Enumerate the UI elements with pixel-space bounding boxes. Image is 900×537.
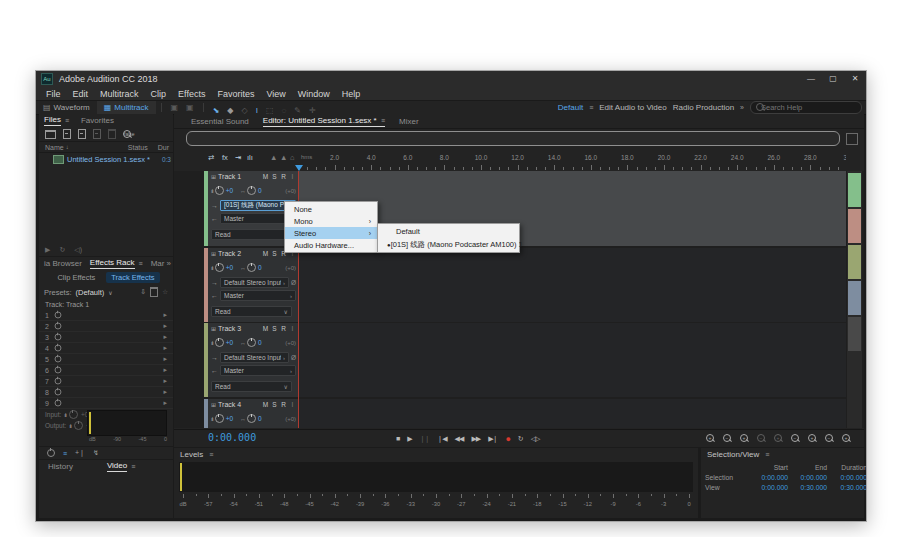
extract-audio-icon[interactable] bbox=[93, 129, 101, 139]
column-name[interactable]: Name bbox=[39, 144, 64, 151]
slot-power-icon[interactable] bbox=[55, 323, 62, 330]
slot-arrow-icon[interactable]: ▸ bbox=[163, 366, 167, 374]
close-button[interactable]: ✕ bbox=[844, 71, 866, 87]
tab-favorites[interactable]: Favorites bbox=[81, 116, 114, 125]
navigator-track-segment[interactable] bbox=[848, 173, 861, 207]
video-panel-menu-icon[interactable]: ≡ bbox=[131, 463, 135, 470]
slot-power-icon[interactable] bbox=[55, 334, 62, 341]
fx-slot[interactable]: 2▸ bbox=[39, 321, 173, 332]
zoom-full-button[interactable]: + bbox=[740, 434, 749, 443]
effects-rack-panel-menu-icon[interactable]: ≡ bbox=[139, 260, 143, 267]
navigator-track-segment[interactable] bbox=[848, 245, 861, 279]
skip-button[interactable]: ◁▷ bbox=[531, 435, 540, 443]
zoom-out-time-button[interactable]: − bbox=[723, 434, 732, 443]
delete-preset-icon[interactable] bbox=[150, 287, 158, 297]
slot-power-icon[interactable] bbox=[55, 389, 62, 396]
power-icon[interactable] bbox=[47, 449, 55, 457]
slot-arrow-icon[interactable]: ▸ bbox=[163, 322, 167, 330]
record-arm-button[interactable]: R bbox=[280, 325, 287, 332]
solo-button[interactable]: S bbox=[271, 250, 278, 257]
insert-icon[interactable]: +❘ bbox=[75, 449, 85, 457]
input-gain-knob[interactable] bbox=[69, 410, 78, 419]
slot-power-icon[interactable] bbox=[55, 378, 62, 385]
fx-slot[interactable]: 5▸ bbox=[39, 354, 173, 365]
subtab-clip-effects[interactable]: Clip Effects bbox=[52, 272, 100, 283]
mute-button[interactable]: M bbox=[262, 250, 269, 257]
favorite-star-icon[interactable]: ☆ bbox=[162, 288, 168, 296]
pan-knob[interactable] bbox=[247, 414, 256, 423]
preset-chevron-icon[interactable]: ∨ bbox=[108, 289, 112, 296]
marker-icon[interactable]: ▲ bbox=[270, 153, 277, 162]
record-arm-button[interactable]: R bbox=[280, 401, 287, 408]
loop-button[interactable]: ↻ bbox=[518, 435, 523, 443]
metering-icon[interactable]: ılı bbox=[247, 153, 253, 162]
track-input-select[interactable]: Default Stereo Input› bbox=[220, 352, 289, 363]
volume-knob[interactable] bbox=[215, 186, 224, 195]
pause-button[interactable]: ❘❘ bbox=[420, 435, 430, 443]
stop-button[interactable]: ■ bbox=[396, 435, 399, 442]
submenu-item[interactable]: ●[01S] 线路 (Maono Podcaster AM100) 1 bbox=[378, 238, 519, 251]
minimize-button[interactable]: — bbox=[800, 71, 822, 87]
play-button[interactable]: ▶ bbox=[407, 435, 411, 443]
search-icon[interactable]: false bbox=[123, 130, 132, 139]
fx-slot[interactable]: 6▸ bbox=[39, 365, 173, 376]
slot-power-icon[interactable] bbox=[55, 345, 62, 352]
track-output-select[interactable]: Master› bbox=[220, 365, 296, 376]
fx-slot[interactable]: 4▸ bbox=[39, 343, 173, 354]
slot-arrow-icon[interactable]: ▸ bbox=[163, 344, 167, 352]
phase-icon[interactable]: Ø bbox=[291, 279, 296, 286]
files-panel-menu-icon[interactable]: ≡ bbox=[65, 117, 69, 124]
maximize-button[interactable]: ▢ bbox=[822, 71, 844, 87]
navigator-track-segment[interactable] bbox=[848, 281, 861, 315]
zoom-in-left-button[interactable]: − bbox=[791, 434, 800, 443]
track-output-select[interactable]: Master› bbox=[220, 290, 296, 301]
slot-arrow-icon[interactable]: ▸ bbox=[163, 311, 167, 319]
metronome-icon[interactable]: ▲ bbox=[280, 153, 287, 162]
menu-file[interactable]: File bbox=[40, 89, 67, 99]
new-item-icon[interactable] bbox=[78, 129, 86, 139]
workspace-edit-audio-button[interactable]: Edit Audio to Video bbox=[599, 103, 666, 112]
multitrack-button[interactable]: ▦ Multitrack bbox=[97, 101, 156, 114]
fx-slot[interactable]: 1▸ bbox=[39, 310, 173, 321]
levels-panel-menu-icon[interactable]: ≡ bbox=[209, 451, 213, 458]
column-duration[interactable]: Dur bbox=[158, 144, 169, 151]
zoom-selection-button[interactable]: − bbox=[757, 434, 766, 443]
slot-power-icon[interactable] bbox=[55, 367, 62, 374]
preview-play-icon[interactable]: ▶ bbox=[45, 246, 50, 254]
tab-editor[interactable]: Editor: Untitled Session 1.sesx * ≡ bbox=[263, 116, 385, 127]
track-input-select[interactable]: Default Stereo Input› bbox=[220, 277, 289, 288]
menu-favorites[interactable]: Favorites bbox=[211, 89, 260, 99]
slot-arrow-icon[interactable]: ▸ bbox=[163, 333, 167, 341]
zoom-reset-button[interactable]: + bbox=[774, 434, 783, 443]
track-content[interactable] bbox=[298, 323, 846, 397]
preview-loop-icon[interactable]: ↻ bbox=[59, 246, 65, 254]
tab-mixer[interactable]: Mixer bbox=[399, 117, 419, 126]
menu-item-mono[interactable]: Mono› bbox=[285, 215, 377, 227]
volume-knob[interactable] bbox=[215, 414, 224, 423]
search-help-box[interactable] bbox=[750, 101, 862, 114]
zoom-out-right-button[interactable]: + bbox=[842, 434, 851, 443]
go-end-button[interactable]: ▶❘ bbox=[488, 435, 497, 443]
slot-arrow-icon[interactable]: ▸ bbox=[163, 388, 167, 396]
slot-arrow-icon[interactable]: ▸ bbox=[163, 377, 167, 385]
solo-button[interactable]: S bbox=[271, 401, 278, 408]
pan-knob[interactable] bbox=[247, 263, 256, 272]
tab-files[interactable]: Files bbox=[44, 115, 61, 126]
monitor-input-button[interactable]: I bbox=[289, 325, 296, 332]
mute-button[interactable]: M bbox=[262, 173, 269, 180]
navigator-track-segment[interactable] bbox=[848, 209, 861, 243]
tab-media-browser[interactable]: ia Browser bbox=[44, 259, 82, 268]
rewind-button[interactable]: ◀◀ bbox=[455, 435, 464, 443]
selection-view-menu-icon[interactable]: ≡ bbox=[765, 451, 769, 458]
monitor-icon[interactable]: ⌂ bbox=[290, 153, 295, 162]
snap-icon[interactable]: ⇥ bbox=[235, 153, 241, 162]
slot-power-icon[interactable] bbox=[55, 356, 62, 363]
menu-edit[interactable]: Edit bbox=[67, 89, 95, 99]
tab-video[interactable]: Video bbox=[107, 461, 127, 472]
menu-window[interactable]: Window bbox=[292, 89, 336, 99]
fx-slot[interactable]: 9▸ bbox=[39, 398, 173, 409]
slot-power-icon[interactable] bbox=[55, 312, 62, 319]
menu-multitrack[interactable]: Multitrack bbox=[94, 89, 145, 99]
volume-knob[interactable] bbox=[215, 338, 224, 347]
solo-button[interactable]: S bbox=[271, 325, 278, 332]
